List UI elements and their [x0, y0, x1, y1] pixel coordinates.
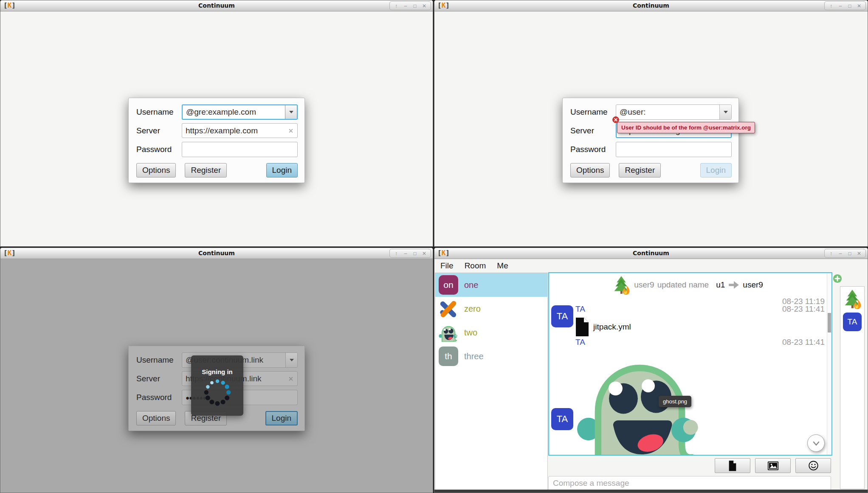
titlebar[interactable]: [K] Continuum ↑ ‒ □ ✕: [434, 0, 868, 11]
minimize-button[interactable]: ‒: [401, 249, 410, 258]
image-icon: [767, 461, 779, 470]
username-label: Username: [570, 107, 616, 117]
server-label: Server: [136, 126, 182, 135]
menu-file[interactable]: File: [440, 261, 459, 270]
member-avatar tree-fire-icon[interactable]: [842, 289, 862, 309]
clear-icon[interactable]: [288, 128, 293, 133]
file-icon: [575, 317, 590, 337]
room-item-two[interactable]: two: [435, 321, 547, 344]
message-area: user9 updated name u1 user9 08-23 11:19 …: [548, 272, 832, 456]
login-dialog: Username @gre:example.com Server https:/…: [128, 98, 305, 183]
menu-me[interactable]: Me: [497, 261, 513, 270]
minimize-button[interactable]: ‒: [401, 2, 410, 10]
close-button[interactable]: ✕: [420, 2, 429, 10]
dropdown-arrow-icon: [724, 111, 728, 113]
smiley-icon: [808, 460, 819, 471]
file-icon: [728, 460, 737, 471]
window-content: Username @user:continuum.link Server htt…: [0, 259, 433, 493]
password-label: Password: [570, 145, 616, 154]
error-tooltip: User ID should be of the form @user:matr…: [617, 122, 755, 133]
room-avatar k-logo-icon: [439, 299, 458, 318]
server-value: https://example.com: [186, 126, 258, 135]
attach-file-button[interactable]: [715, 458, 750, 473]
message-sender: TA: [575, 304, 585, 314]
dropdown-button[interactable]: [719, 105, 731, 119]
close-button[interactable]: ✕: [854, 249, 864, 258]
minimize-button[interactable]: ‒: [836, 249, 845, 258]
file-attachment[interactable]: jitpack.yml: [575, 317, 631, 337]
emoji-button[interactable]: [795, 458, 831, 473]
error-icon: [612, 116, 619, 123]
titlebar[interactable]: [K] Continuum ↑ ‒ □ ✕: [0, 0, 433, 11]
room-item-zero[interactable]: zero: [435, 297, 547, 321]
message-avatar[interactable]: TA: [551, 305, 573, 327]
username-value: @gre:example.com: [186, 107, 256, 117]
room-avatar ghost-icon: [439, 323, 458, 342]
titlebar[interactable]: [K] Continuum ↑ ‒ □ ✕: [0, 248, 433, 259]
close-button[interactable]: ✕: [420, 249, 429, 258]
add-room-button plus-icon[interactable]: [833, 274, 842, 283]
options-button[interactable]: Options: [570, 163, 610, 177]
window-content: Username @gre:example.com Server https:/…: [0, 11, 433, 246]
room-label: two: [464, 328, 477, 338]
room-item-one[interactable]: on one: [435, 273, 547, 297]
event-old-name: u1: [716, 280, 725, 290]
room-item-three[interactable]: th three: [435, 344, 547, 368]
window-title: Continuum: [434, 2, 868, 9]
chevron-down-icon: [811, 438, 821, 448]
username-combobox[interactable]: @gre:example.com: [182, 104, 298, 120]
close-button[interactable]: ✕: [854, 2, 864, 10]
scrollbar-thumb[interactable]: [828, 313, 831, 332]
maximize-button[interactable]: □: [410, 2, 420, 10]
signing-in-popup: Signing in: [191, 355, 243, 416]
window-resize-edge[interactable]: [434, 490, 868, 493]
password-input[interactable]: [182, 142, 298, 157]
register-button[interactable]: Register: [185, 163, 227, 177]
window-login-filled: [K] Continuum ↑ ‒ □ ✕ Username @gre:exam…: [0, 0, 433, 247]
username-combobox[interactable]: @user:: [616, 104, 732, 120]
register-button[interactable]: Register: [619, 163, 661, 177]
tree-fire-avatar-icon: [612, 275, 631, 295]
window-controls: ↑ ‒ □ ✕: [824, 249, 866, 258]
name-arrow-icon: [728, 281, 740, 289]
room-avatar: on: [439, 275, 458, 295]
member-avatar[interactable]: TA: [843, 313, 862, 331]
username-value: @user:: [620, 107, 646, 117]
window-login-error: [K] Continuum ↑ ‒ □ ✕ Username @user:: [434, 0, 868, 247]
compose-input[interactable]: [548, 476, 831, 490]
shade-button[interactable]: ↑: [392, 249, 401, 258]
password-input[interactable]: [616, 142, 732, 157]
timestamp: 08-23 11:41: [782, 338, 825, 347]
login-button[interactable]: Login: [266, 163, 298, 177]
username-label: Username: [136, 107, 182, 117]
maximize-button[interactable]: □: [845, 2, 854, 10]
room-list: on one zero two th three: [435, 273, 548, 490]
options-button[interactable]: Options: [136, 163, 176, 177]
window-title: Continuum: [434, 250, 868, 256]
scroll-to-bottom-button[interactable]: [807, 434, 825, 452]
window-title: Continuum: [0, 2, 433, 9]
message-avatar[interactable]: TA: [551, 408, 573, 430]
image-tooltip: ghost.png: [659, 396, 691, 407]
minimize-button[interactable]: ‒: [836, 2, 845, 10]
shade-button[interactable]: ↑: [826, 2, 836, 10]
room-label: one: [464, 280, 478, 290]
titlebar[interactable]: [K] Continuum ↑ ‒ □ ✕: [434, 248, 868, 259]
maximize-button[interactable]: □: [410, 249, 420, 258]
member-list: TA: [840, 286, 865, 489]
room-label: three: [464, 352, 484, 361]
server-input[interactable]: https://example.com: [182, 123, 298, 138]
dropdown-button[interactable]: [285, 105, 297, 119]
room-label: zero: [464, 304, 481, 314]
maximize-button[interactable]: □: [845, 249, 854, 258]
window-controls: ↑ ‒ □ ✕: [389, 1, 431, 10]
scrollbar[interactable]: [827, 273, 831, 455]
attach-image-button[interactable]: [755, 458, 791, 473]
window-controls: ↑ ‒ □ ✕: [824, 1, 866, 10]
server-label: Server: [570, 126, 616, 135]
shade-button[interactable]: ↑: [826, 249, 836, 258]
shade-button[interactable]: ↑: [392, 2, 401, 10]
spinner-icon: [201, 376, 234, 408]
dropdown-arrow-icon: [289, 111, 293, 113]
menu-room[interactable]: Room: [465, 261, 491, 270]
